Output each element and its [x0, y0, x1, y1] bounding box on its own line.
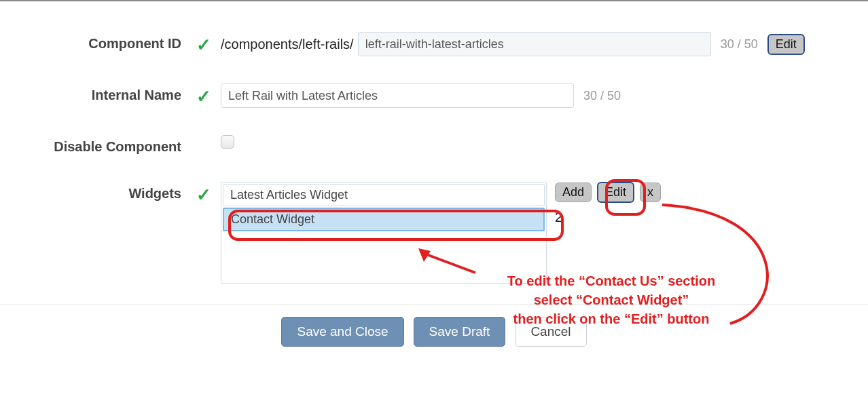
internal-name-label: Internal Name [14, 83, 187, 103]
internal-name-input[interactable] [221, 83, 574, 108]
component-id-edit-button[interactable]: Edit [767, 34, 805, 55]
widgets-count: 2 [555, 210, 661, 225]
component-id-input[interactable] [358, 32, 711, 56]
disable-component-checkbox[interactable] [221, 135, 234, 149]
component-id-label: Component ID [14, 32, 187, 52]
annotation-text: To edit the “Contact Us” section select … [475, 271, 747, 328]
list-item[interactable]: Contact Widget [223, 208, 545, 231]
widgets-label: Widgets [14, 182, 187, 202]
widgets-listbox[interactable]: Latest Articles Widget Contact Widget [221, 182, 547, 284]
internal-name-counter: 30 / 50 [583, 89, 621, 103]
check-icon: ✓ [196, 185, 211, 205]
disable-component-label: Disable Component [14, 135, 187, 155]
widgets-remove-button[interactable]: x [640, 183, 661, 202]
component-id-prefix: /components/left-rails/ [221, 37, 354, 52]
widgets-add-button[interactable]: Add [555, 183, 592, 202]
list-item[interactable]: Latest Articles Widget [223, 184, 545, 206]
check-icon: ✓ [196, 35, 211, 55]
check-icon: ✓ [196, 86, 211, 107]
widgets-edit-button[interactable]: Edit [597, 182, 634, 203]
component-id-counter: 30 / 50 [721, 37, 758, 52]
save-and-close-button[interactable]: Save and Close [281, 317, 403, 347]
